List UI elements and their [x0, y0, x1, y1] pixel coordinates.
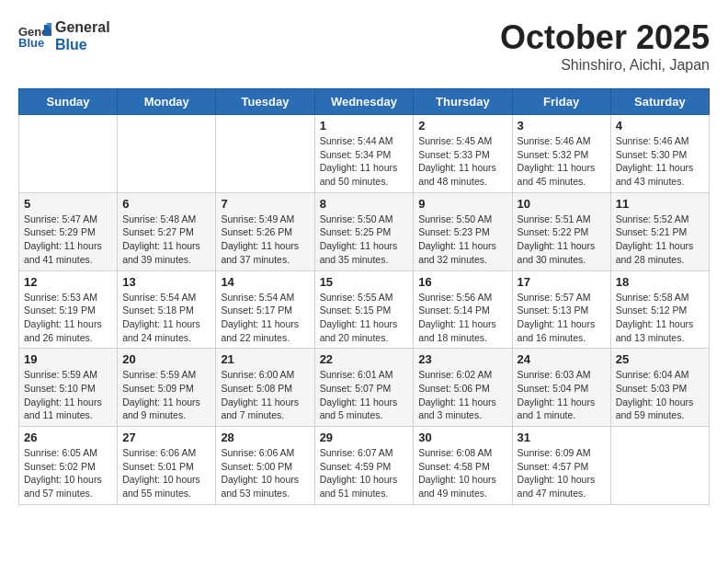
- week-row-4: 19Sunrise: 5:59 AM Sunset: 5:10 PM Dayli…: [19, 349, 710, 427]
- svg-text:Blue: Blue: [18, 36, 44, 49]
- calendar-cell: [19, 115, 118, 193]
- day-number: 16: [418, 275, 506, 289]
- day-info: Sunrise: 5:50 AM Sunset: 5:25 PM Dayligh…: [320, 213, 409, 267]
- day-info: Sunrise: 5:51 AM Sunset: 5:22 PM Dayligh…: [518, 213, 606, 267]
- day-number: 18: [616, 275, 704, 289]
- logo-blue: Blue: [55, 36, 110, 53]
- calendar-cell: 9Sunrise: 5:50 AM Sunset: 5:23 PM Daylig…: [414, 192, 512, 270]
- logo-icon: General Blue: [18, 23, 51, 49]
- weekday-header-tuesday: Tuesday: [216, 89, 314, 115]
- day-number: 31: [518, 431, 606, 444]
- day-info: Sunrise: 5:58 AM Sunset: 5:12 PM Dayligh…: [616, 291, 704, 345]
- weekday-header-monday: Monday: [118, 89, 216, 115]
- day-info: Sunrise: 5:56 AM Sunset: 5:14 PM Dayligh…: [418, 291, 506, 345]
- day-info: Sunrise: 5:46 AM Sunset: 5:32 PM Dayligh…: [518, 134, 606, 189]
- day-info: Sunrise: 6:03 AM Sunset: 5:04 PM Dayligh…: [518, 368, 606, 422]
- day-number: 24: [518, 352, 606, 366]
- week-row-5: 26Sunrise: 6:05 AM Sunset: 5:02 PM Dayli…: [19, 427, 710, 505]
- day-info: Sunrise: 6:02 AM Sunset: 5:06 PM Dayligh…: [418, 368, 506, 422]
- weekday-header-friday: Friday: [512, 89, 610, 115]
- day-number: 29: [320, 431, 409, 444]
- day-number: 8: [320, 197, 409, 211]
- day-number: 5: [24, 197, 112, 211]
- day-info: Sunrise: 5:57 AM Sunset: 5:13 PM Dayligh…: [518, 291, 606, 345]
- calendar-cell: 27Sunrise: 6:06 AM Sunset: 5:01 PM Dayli…: [118, 427, 216, 505]
- calendar-cell: 29Sunrise: 6:07 AM Sunset: 4:59 PM Dayli…: [314, 427, 414, 505]
- calendar-cell: 3Sunrise: 5:46 AM Sunset: 5:32 PM Daylig…: [512, 115, 610, 193]
- day-number: 14: [221, 275, 309, 289]
- day-number: 19: [24, 352, 112, 366]
- day-info: Sunrise: 5:54 AM Sunset: 5:18 PM Dayligh…: [122, 291, 210, 345]
- week-row-2: 5Sunrise: 5:47 AM Sunset: 5:29 PM Daylig…: [19, 192, 710, 270]
- calendar-cell: 19Sunrise: 5:59 AM Sunset: 5:10 PM Dayli…: [19, 349, 118, 427]
- day-number: 23: [418, 352, 506, 366]
- logo: General Blue General Blue: [18, 18, 110, 53]
- calendar-cell: 24Sunrise: 6:03 AM Sunset: 5:04 PM Dayli…: [512, 349, 610, 427]
- calendar-cell: 17Sunrise: 5:57 AM Sunset: 5:13 PM Dayli…: [512, 270, 610, 349]
- day-number: 17: [518, 275, 606, 289]
- day-number: 9: [418, 197, 506, 211]
- weekday-header-wednesday: Wednesday: [314, 89, 414, 115]
- calendar-cell: [610, 427, 709, 505]
- day-info: Sunrise: 6:01 AM Sunset: 5:07 PM Dayligh…: [320, 368, 409, 422]
- title-block: October 2025 Shinshiro, Aichi, Japan: [500, 18, 710, 74]
- calendar-cell: 11Sunrise: 5:52 AM Sunset: 5:21 PM Dayli…: [610, 192, 709, 270]
- day-number: 2: [418, 119, 506, 132]
- calendar-cell: 7Sunrise: 5:49 AM Sunset: 5:26 PM Daylig…: [216, 192, 314, 270]
- calendar-cell: 8Sunrise: 5:50 AM Sunset: 5:25 PM Daylig…: [314, 192, 414, 270]
- day-info: Sunrise: 6:06 AM Sunset: 5:01 PM Dayligh…: [122, 446, 210, 500]
- day-number: 1: [320, 119, 409, 132]
- day-number: 11: [616, 197, 704, 211]
- day-info: Sunrise: 6:00 AM Sunset: 5:08 PM Dayligh…: [221, 368, 309, 422]
- day-number: 28: [221, 431, 309, 444]
- day-number: 15: [320, 275, 409, 289]
- day-info: Sunrise: 5:45 AM Sunset: 5:33 PM Dayligh…: [418, 134, 506, 189]
- day-number: 22: [320, 352, 409, 366]
- day-info: Sunrise: 6:04 AM Sunset: 5:03 PM Dayligh…: [616, 368, 704, 422]
- day-info: Sunrise: 6:09 AM Sunset: 4:57 PM Dayligh…: [518, 446, 606, 500]
- weekday-header-thursday: Thursday: [414, 89, 512, 115]
- day-number: 20: [122, 352, 210, 366]
- weekday-header-row: SundayMondayTuesdayWednesdayThursdayFrid…: [19, 89, 710, 115]
- day-info: Sunrise: 5:59 AM Sunset: 5:10 PM Dayligh…: [24, 368, 112, 422]
- day-number: 26: [24, 431, 112, 444]
- weekday-header-saturday: Saturday: [610, 89, 709, 115]
- day-info: Sunrise: 5:50 AM Sunset: 5:23 PM Dayligh…: [418, 213, 506, 267]
- day-number: 12: [24, 275, 112, 289]
- day-number: 4: [616, 119, 704, 132]
- day-info: Sunrise: 5:55 AM Sunset: 5:15 PM Dayligh…: [320, 291, 409, 345]
- day-number: 3: [518, 119, 606, 132]
- calendar-cell: 15Sunrise: 5:55 AM Sunset: 5:15 PM Dayli…: [314, 270, 414, 349]
- calendar-cell: 30Sunrise: 6:08 AM Sunset: 4:58 PM Dayli…: [414, 427, 512, 505]
- day-number: 30: [418, 431, 506, 444]
- day-info: Sunrise: 5:53 AM Sunset: 5:19 PM Dayligh…: [24, 291, 112, 345]
- day-number: 7: [221, 197, 309, 211]
- day-number: 27: [122, 431, 210, 444]
- calendar-cell: 5Sunrise: 5:47 AM Sunset: 5:29 PM Daylig…: [19, 192, 118, 270]
- calendar-title: October 2025: [500, 18, 710, 57]
- weekday-header-sunday: Sunday: [19, 89, 118, 115]
- day-info: Sunrise: 6:05 AM Sunset: 5:02 PM Dayligh…: [24, 446, 112, 500]
- day-info: Sunrise: 5:47 AM Sunset: 5:29 PM Dayligh…: [24, 213, 112, 267]
- logo-general: General: [55, 18, 110, 36]
- calendar-cell: 25Sunrise: 6:04 AM Sunset: 5:03 PM Dayli…: [610, 349, 709, 427]
- day-info: Sunrise: 5:52 AM Sunset: 5:21 PM Dayligh…: [616, 213, 704, 267]
- day-number: 6: [122, 197, 210, 211]
- day-number: 13: [122, 275, 210, 289]
- calendar-cell: 18Sunrise: 5:58 AM Sunset: 5:12 PM Dayli…: [610, 270, 709, 349]
- calendar-subtitle: Shinshiro, Aichi, Japan: [500, 57, 710, 74]
- calendar-cell: 4Sunrise: 5:46 AM Sunset: 5:30 PM Daylig…: [610, 115, 709, 193]
- calendar-cell: 16Sunrise: 5:56 AM Sunset: 5:14 PM Dayli…: [414, 270, 512, 349]
- calendar-cell: 20Sunrise: 5:59 AM Sunset: 5:09 PM Dayli…: [118, 349, 216, 427]
- calendar-table: SundayMondayTuesdayWednesdayThursdayFrid…: [18, 88, 710, 505]
- day-info: Sunrise: 5:49 AM Sunset: 5:26 PM Dayligh…: [221, 213, 309, 267]
- calendar-cell: 1Sunrise: 5:44 AM Sunset: 5:34 PM Daylig…: [314, 115, 414, 193]
- day-info: Sunrise: 5:44 AM Sunset: 5:34 PM Dayligh…: [320, 134, 409, 189]
- calendar-cell: 26Sunrise: 6:05 AM Sunset: 5:02 PM Dayli…: [19, 427, 118, 505]
- calendar-cell: 6Sunrise: 5:48 AM Sunset: 5:27 PM Daylig…: [118, 192, 216, 270]
- calendar-cell: 31Sunrise: 6:09 AM Sunset: 4:57 PM Dayli…: [512, 427, 610, 505]
- day-info: Sunrise: 6:07 AM Sunset: 4:59 PM Dayligh…: [320, 446, 409, 500]
- day-info: Sunrise: 5:48 AM Sunset: 5:27 PM Dayligh…: [122, 213, 210, 267]
- calendar-cell: 2Sunrise: 5:45 AM Sunset: 5:33 PM Daylig…: [414, 115, 512, 193]
- day-info: Sunrise: 5:46 AM Sunset: 5:30 PM Dayligh…: [616, 134, 704, 189]
